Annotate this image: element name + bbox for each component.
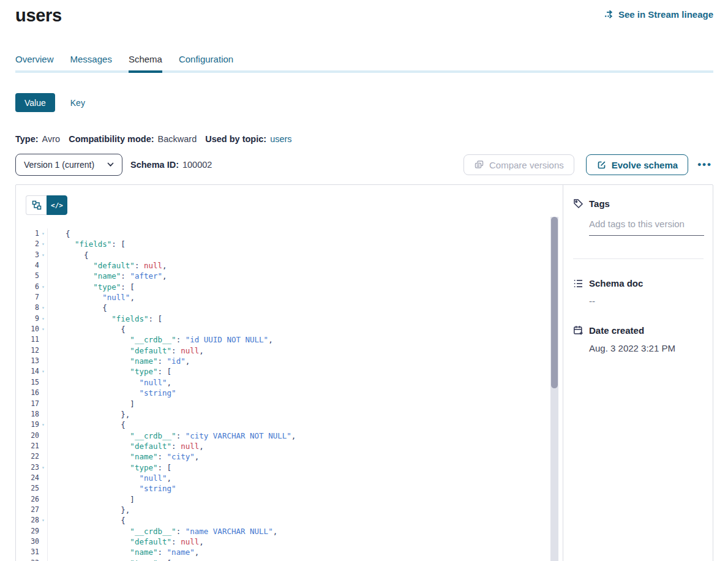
fold-toggle-icon[interactable]: ▾ — [39, 282, 47, 292]
code-text: "default": null, — [48, 441, 204, 451]
fold-spacer — [39, 377, 47, 388]
fold-toggle-icon[interactable]: ▾ — [39, 303, 47, 313]
line-number: 31 — [16, 547, 39, 557]
compare-versions-button[interactable]: Compare versions — [463, 154, 574, 175]
tab-configuration[interactable]: Configuration — [179, 54, 233, 70]
type-label: Type: — [15, 134, 39, 144]
fold-toggle-icon[interactable]: ▾ — [39, 228, 47, 239]
code-text: { — [48, 250, 89, 260]
code-text: "name": "id", — [48, 356, 190, 366]
code-line: 6▾ "type": [ — [16, 282, 563, 292]
gutter-cell: 18 — [16, 409, 48, 420]
gutter-cell: 13 — [16, 356, 48, 366]
code-text: "fields": [ — [48, 314, 162, 324]
fold-toggle-icon[interactable]: ▾ — [39, 250, 47, 260]
line-number: 16 — [16, 388, 39, 398]
code-text: { — [48, 420, 126, 430]
code-text: { — [48, 324, 126, 334]
fold-spacer — [39, 431, 47, 441]
gutter-cell: 16 — [16, 388, 48, 398]
version-select[interactable]: Version 1 (current) — [15, 154, 122, 176]
editor-scrollbar-thumb[interactable] — [551, 217, 558, 388]
line-number: 23 — [16, 462, 39, 473]
fold-toggle-icon[interactable]: ▾ — [39, 515, 47, 525]
schema-page: users See in Stream lineage Overview Mes… — [0, 0, 728, 561]
gutter-cell: 30 — [16, 537, 48, 547]
fold-toggle-icon[interactable]: ▾ — [39, 324, 47, 334]
tab-overview[interactable]: Overview — [15, 54, 54, 70]
fold-spacer — [39, 441, 47, 451]
code-line: 5 "name": "after", — [16, 271, 563, 281]
code-line: 21 "default": null, — [16, 441, 563, 451]
tags-input[interactable] — [589, 217, 704, 236]
fold-spacer — [39, 388, 47, 398]
code-line: 2▾ "fields": [ — [16, 239, 563, 249]
fold-toggle-icon[interactable]: ▾ — [39, 420, 47, 430]
code-text: ] — [48, 399, 135, 409]
tree-view-button[interactable] — [26, 195, 47, 215]
gutter-cell: 17 — [16, 399, 48, 409]
tags-heading: Tags — [589, 198, 610, 209]
line-number: 30 — [16, 537, 39, 547]
date-created-value: Aug. 3 2022 3:21 PM — [589, 343, 704, 353]
editor-scrollbar[interactable] — [550, 217, 558, 561]
line-number: 18 — [16, 409, 39, 420]
key-toggle-button[interactable]: Key — [70, 98, 85, 108]
page-header: users See in Stream lineage — [15, 0, 713, 27]
tab-bar: Overview Messages Schema Configuration — [15, 54, 713, 73]
code-text: "fields": [ — [48, 239, 126, 249]
used-by-topic-label: Used by topic: — [205, 134, 266, 144]
code-text: "type": [ — [48, 558, 171, 561]
tab-schema[interactable]: Schema — [129, 54, 162, 73]
more-actions-button[interactable]: ••• — [696, 159, 713, 170]
code-line: 15 "null", — [16, 377, 563, 388]
compatibility-value: Backward — [158, 134, 197, 144]
code-line: 9▾ "fields": [ — [16, 314, 563, 324]
code-line: 23▾ "type": [ — [16, 462, 563, 473]
stream-lineage-icon — [604, 10, 614, 19]
fold-spacer — [39, 345, 47, 356]
gutter-cell: 2▾ — [16, 239, 48, 249]
line-number: 4 — [16, 260, 39, 271]
schema-doc-heading: Schema doc — [589, 278, 643, 288]
fold-toggle-icon[interactable]: ▾ — [39, 239, 47, 249]
code-text: "name": "name", — [48, 547, 199, 557]
schema-id-label: Schema ID: — [130, 160, 179, 170]
evolve-schema-button[interactable]: Evolve schema — [586, 154, 688, 175]
gutter-cell: 24 — [16, 473, 48, 483]
code-view-button[interactable]: </> — [47, 195, 67, 215]
line-number: 11 — [16, 334, 39, 345]
gutter-cell: 10▾ — [16, 324, 48, 334]
used-by-topic-link[interactable]: users — [270, 134, 291, 144]
tag-icon — [573, 198, 584, 209]
schema-code-editor[interactable]: </> 1▾{2▾ "fields": [3▾ {4 "default": nu… — [16, 185, 563, 561]
compatibility-label: Compatibility mode: — [69, 134, 154, 144]
stream-lineage-link[interactable]: See in Stream lineage — [604, 9, 713, 20]
gutter-cell: 4 — [16, 260, 48, 271]
tab-messages[interactable]: Messages — [70, 54, 112, 70]
gutter-cell: 20 — [16, 431, 48, 441]
line-number: 27 — [16, 505, 39, 515]
fold-toggle-icon[interactable]: ▾ — [39, 366, 47, 377]
fold-spacer — [39, 334, 47, 345]
fold-spacer — [39, 451, 47, 462]
code-text: "__crdb__": "city VARCHAR NOT NULL", — [48, 431, 296, 441]
code-text: "name": "city", — [48, 451, 199, 462]
schema-sidebar: Tags — [563, 185, 713, 561]
fold-toggle-icon[interactable]: ▾ — [39, 462, 47, 473]
line-number: 9 — [16, 314, 39, 324]
tree-view-icon — [32, 200, 42, 210]
fold-toggle-icon[interactable]: ▾ — [39, 558, 47, 561]
gutter-cell: 8▾ — [16, 303, 48, 313]
line-number: 17 — [16, 399, 39, 409]
code-line: 31 "name": "name", — [16, 547, 563, 557]
fold-spacer — [39, 473, 47, 483]
value-toggle-button[interactable]: Value — [15, 93, 55, 112]
code-text: "null", — [48, 473, 171, 483]
gutter-cell: 28▾ — [16, 515, 48, 525]
fold-toggle-icon[interactable]: ▾ — [39, 314, 47, 324]
evolve-schema-icon — [596, 160, 607, 170]
gutter-cell: 27 — [16, 505, 48, 515]
code-line: 14▾ "type": [ — [16, 366, 563, 377]
gutter-cell: 5 — [16, 271, 48, 281]
